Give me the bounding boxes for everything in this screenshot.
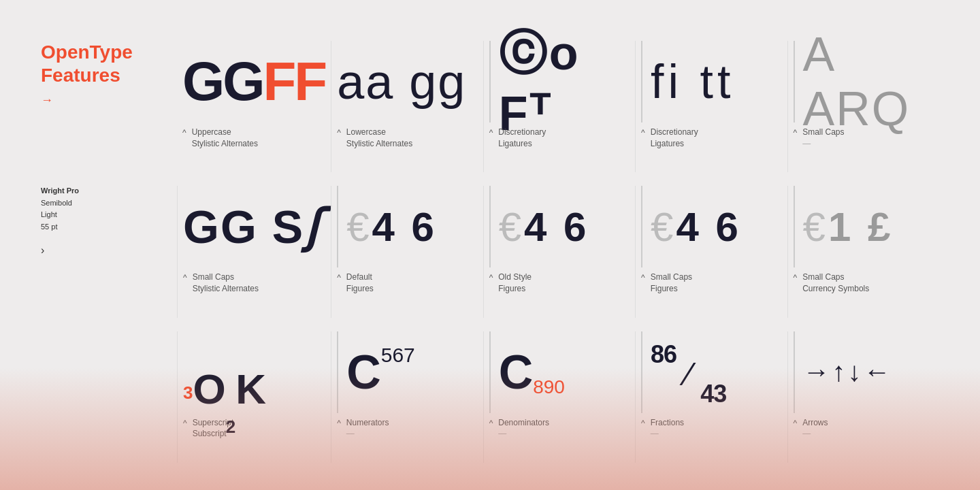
feature-cell-arrows: →↑↓← ^ Arrows — (787, 331, 939, 463)
feature-display-euro-1-pound: € 1 £ (794, 186, 934, 267)
sidebar-title: OpenTypeFeatures (41, 41, 177, 86)
feature-display-euro-46-oldstyle: € 4 6 (489, 186, 630, 267)
feature-label-disc-lig-2: ^ Discretionary Ligatures (641, 127, 698, 150)
feature-label-currency-symbols: ^ Small Caps Currency Symbols (794, 272, 870, 295)
feature-cell-numerators: C 567 ^ Numerators — (331, 331, 483, 463)
feature-display-co-ft: ⓒo Fᵀ (489, 41, 630, 122)
feature-label-small-caps: ^ Small Caps — (794, 127, 845, 150)
feature-cell-uppercase-stylistic: GG FF ^ Uppercase Stylistic Alternates (177, 41, 331, 172)
feature-cell-smallcaps-stylistic: GG Sʃ ^ Small Caps Stylistic Alternates (177, 186, 331, 317)
feature-display-ft-tt: fi tt (641, 41, 781, 122)
feature-cell-disc-lig-1: ⓒo Fᵀ ^ Discretionary Ligatures (483, 41, 635, 172)
feature-label-oldstyle-figures: ^ Old Style Figures (489, 272, 532, 295)
feature-cell-oldstyle-figures: € 4 6 ^ Old Style Figures (483, 186, 635, 317)
feature-label-uppercase-stylistic: ^ Uppercase Stylistic Alternates (182, 127, 258, 150)
feature-label-lowercase-stylistic: ^ Lowercase Stylistic Alternates (337, 127, 412, 150)
feature-cell-lowercase-stylistic: aa gg ^ Lowercase Stylistic Alternates (331, 41, 483, 172)
sidebar-arrow-right[interactable]: → (41, 93, 177, 108)
feature-label-smallcaps-figures: ^ Small Caps Figures (641, 272, 692, 295)
feature-cell-disc-lig-2: fi tt ^ Discretionary Ligatures (635, 41, 787, 172)
feature-display-euro-46-default: € 4 6 (337, 186, 477, 267)
feature-label-arrows: ^ Arrows — (794, 417, 828, 440)
main-container: OpenTypeFeatures → Wright Pro Semibold L… (0, 0, 980, 490)
feature-display-gg-ff: GG FF (182, 41, 325, 122)
feature-display-euro-46-smallcaps: € 4 6 (641, 186, 781, 267)
sidebar: OpenTypeFeatures → Wright Pro Semibold L… (41, 41, 177, 463)
feature-label-fractions: ^ Fractions — (641, 417, 684, 440)
sidebar-font-info: Wright Pro Semibold Light 55 pt (41, 185, 177, 233)
feature-cell-default-figures: € 4 6 ^ Default Figures (331, 186, 483, 317)
feature-label-default-figures: ^ Default Figures (337, 272, 374, 295)
feature-label-numerators: ^ Numerators — (337, 417, 389, 440)
feature-display-3o2k: 3 O 2 K (183, 331, 325, 413)
feature-label-disc-lig-1: ^ Discretionary Ligatures (489, 127, 546, 150)
feature-display-aa-gg: aa gg (337, 41, 477, 122)
feature-cell-denominators: C 890 ^ Denominators — (483, 331, 635, 463)
feature-cell-fractions: 86 ⁄ 43 ^ Fractions — (635, 331, 787, 463)
features-grid: GG FF ^ Uppercase Stylistic Alternates a… (177, 41, 939, 463)
feature-display-fractions: 86 ⁄ 43 (641, 331, 781, 413)
sidebar-arrow-down[interactable]: › (41, 244, 177, 257)
feature-cell-smallcaps-figures: € 4 6 ^ Small Caps Figures (635, 186, 787, 317)
feature-display-c567: C 567 (337, 331, 477, 413)
feature-cell-small-caps: A ARQ ^ Small Caps — (787, 41, 939, 172)
feature-display-c890: C 890 (489, 331, 630, 413)
feature-display-a-arq: A ARQ (794, 41, 934, 122)
feature-label-smallcaps-stylistic: ^ Small Caps Stylistic Alternates (183, 272, 259, 295)
feature-display-arrows: →↑↓← (794, 331, 934, 413)
feature-cell-superscript-subscript: 3 O 2 K ^ Superscript Subscript (177, 331, 331, 463)
feature-display-gg-ss: GG Sʃ (183, 186, 325, 267)
feature-cell-currency-symbols: € 1 £ ^ Small Caps Currency Symbols (787, 186, 939, 317)
feature-label-denominators: ^ Denominators — (489, 417, 549, 440)
